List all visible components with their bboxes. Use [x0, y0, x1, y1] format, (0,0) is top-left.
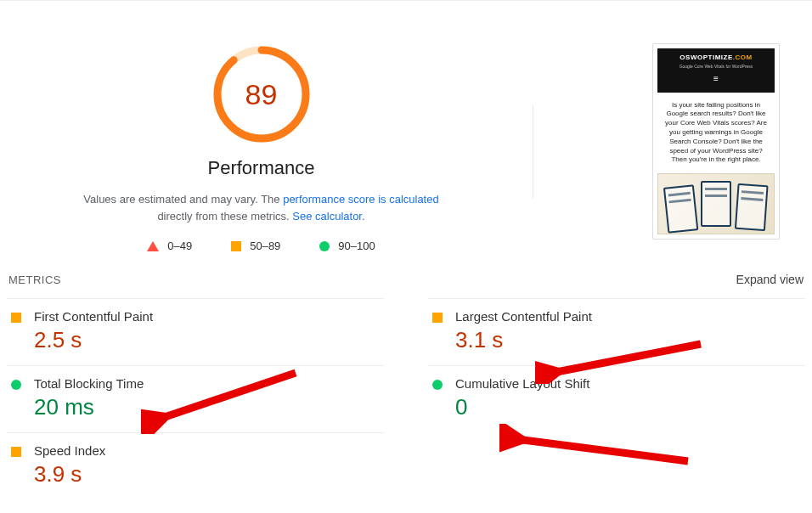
- metric-lcp[interactable]: Largest Contentful Paint 3.1 s: [428, 298, 805, 365]
- metric-name: Speed Index: [34, 443, 381, 458]
- preview-column: OSWOPTIMIZE.COM Google Core Web Vitals f…: [550, 9, 805, 240]
- preview-brand-dom: .COM: [733, 54, 753, 61]
- gauge-desc-text2: directly from these metrics.: [157, 210, 292, 223]
- metric-value: 20 ms: [34, 394, 381, 420]
- metrics-header: METRICS Expand view: [7, 273, 805, 286]
- see-calculator-link[interactable]: See calculator: [292, 210, 362, 223]
- legend-pass: 90–100: [319, 240, 375, 252]
- expand-view-toggle[interactable]: Expand view: [736, 273, 804, 286]
- metric-name: Cumulative Layout Shift: [455, 376, 802, 391]
- square-orange-icon: [431, 309, 443, 353]
- wireframe-icon: [701, 181, 731, 227]
- legend-fail: 0–49: [147, 240, 192, 252]
- performance-gauge: 89: [211, 43, 313, 145]
- metric-value: 3.1 s: [455, 327, 802, 353]
- square-orange-icon: [10, 309, 22, 353]
- metric-si[interactable]: Speed Index 3.9 s: [7, 432, 384, 499]
- square-orange-icon: [10, 443, 22, 488]
- preview-brand-main: OSWOPTIMIZE: [679, 54, 732, 61]
- legend-pass-label: 90–100: [338, 240, 375, 252]
- site-preview-card[interactable]: OSWOPTIMIZE.COM Google Core Web Vitals f…: [652, 43, 780, 240]
- wireframe-icon: [735, 183, 769, 231]
- legend-average: 50–89: [231, 240, 280, 252]
- metric-name: First Contentful Paint: [34, 309, 381, 324]
- gauge-title: Performance: [208, 157, 315, 179]
- preview-body-text: Is your site failing positions in Google…: [657, 93, 775, 174]
- triangle-red-icon: [147, 241, 159, 251]
- vertical-separator: [533, 105, 533, 199]
- metric-value: 2.5 s: [34, 327, 381, 353]
- legend-fail-label: 0–49: [167, 240, 192, 252]
- metric-name: Total Blocking Time: [34, 376, 381, 391]
- gauge-description: Values are estimated and may vary. The p…: [83, 191, 440, 224]
- preview-header: OSWOPTIMIZE.COM Google Core Web Vitals f…: [657, 48, 775, 93]
- square-orange-icon: [231, 241, 241, 251]
- preview-image: [657, 173, 775, 234]
- metric-fcp[interactable]: First Contentful Paint 2.5 s: [7, 298, 384, 365]
- metric-value: 0: [455, 394, 802, 420]
- gauge-desc-suffix: .: [362, 210, 365, 223]
- metrics-label: METRICS: [8, 273, 61, 286]
- metric-value: 3.9 s: [34, 461, 381, 488]
- gauge-desc-text: Values are estimated and may vary. The: [83, 193, 283, 206]
- hamburger-icon: ≡: [661, 74, 771, 84]
- circle-green-icon: [10, 376, 22, 420]
- circle-green-icon: [319, 241, 330, 251]
- metric-name: Largest Contentful Paint: [455, 309, 802, 324]
- metric-tbt[interactable]: Total Blocking Time 20 ms: [7, 365, 384, 432]
- legend-average-label: 50–89: [250, 240, 280, 252]
- score-calc-link[interactable]: performance score is calculated: [283, 193, 439, 206]
- gauge-column: 89 Performance Values are estimated and …: [7, 9, 516, 252]
- score-legend: 0–49 50–89 90–100: [147, 240, 375, 252]
- wireframe-icon: [663, 184, 698, 233]
- preview-brand-sub: Google Core Web Vitals for WordPress: [661, 64, 771, 69]
- gauge-score: 89: [211, 43, 313, 145]
- metrics-grid: First Contentful Paint 2.5 s Largest Con…: [7, 298, 805, 499]
- metric-cls[interactable]: Cumulative Layout Shift 0: [428, 365, 805, 432]
- summary-row: 89 Performance Values are estimated and …: [7, 9, 805, 252]
- circle-green-icon: [431, 376, 443, 420]
- preview-brand: OSWOPTIMIZE.COM: [661, 54, 771, 62]
